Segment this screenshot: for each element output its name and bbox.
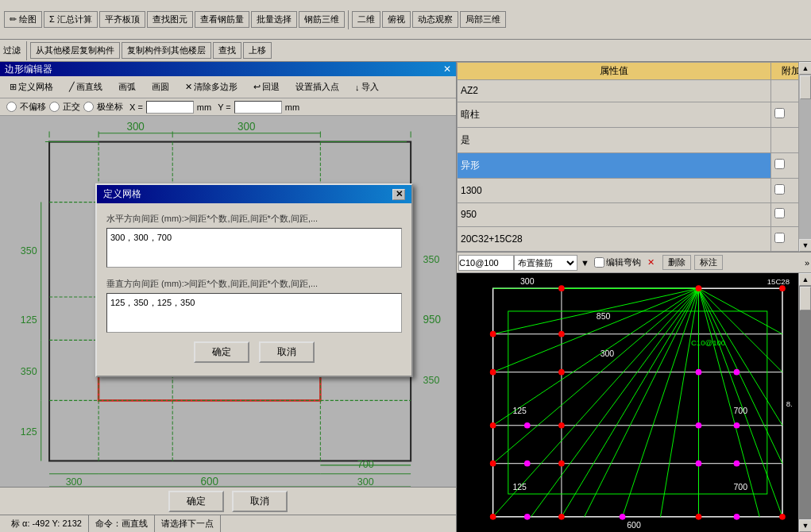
svg-text:125: 125 xyxy=(512,482,527,492)
define-grid-dialog: 定义网格 ✕ 水平方向间距 (mm):>间距*个数,间距,间距*个数,间距,..… xyxy=(95,183,413,377)
right-scrollbar-up[interactable]: ▲ xyxy=(799,273,811,286)
svg-point-86 xyxy=(558,369,565,376)
checkbox-rebar[interactable] xyxy=(774,233,785,243)
svg-point-99 xyxy=(696,422,702,429)
tool-draw-circle[interactable]: 画圆 xyxy=(145,79,176,95)
dialog-ok-button[interactable]: 确定 xyxy=(194,341,249,363)
layout-select[interactable]: 布置箍筋 xyxy=(514,255,577,271)
radio-no-offset[interactable] xyxy=(6,102,17,112)
prop-scrollbar[interactable]: ▲ ▼ xyxy=(798,62,811,252)
modal-overlay: 定义网格 ✕ 水平方向间距 (mm):>间距*个数,间距,间距*个数,间距,..… xyxy=(0,116,456,487)
toolbar-btn-copy-from[interactable]: 从其他楼层复制构件 xyxy=(30,42,120,59)
tool-undo[interactable]: ↩ 回退 xyxy=(246,79,287,95)
radio-polar[interactable] xyxy=(83,102,94,112)
prop-cell-hidden-col: 暗柱 xyxy=(458,102,771,127)
tool-draw-arc[interactable]: 画弧 xyxy=(111,79,143,95)
toolbar-btn-orbit[interactable]: 动态观察 xyxy=(412,11,458,28)
checkbox-950[interactable] xyxy=(774,208,785,218)
toolbar-btn-top-view[interactable]: 俯视 xyxy=(382,11,411,28)
toolbar-btn-copy-to[interactable]: 复制构件到其他楼层 xyxy=(122,42,211,59)
edit-hook-checkbox[interactable] xyxy=(594,257,604,268)
dialog-buttons: 确定 取消 xyxy=(106,335,402,366)
toolbar-btn-batch[interactable]: 批量选择 xyxy=(251,11,297,28)
tool-draw-line[interactable]: ╱ 画直线 xyxy=(62,79,110,95)
scrollbar-thumb[interactable] xyxy=(800,75,811,99)
toolbar-btn-view-rebar[interactable]: 查看钢筋量 xyxy=(195,11,249,28)
edge-editor-title-text: 边形编辑器 xyxy=(5,63,52,76)
toolbar-btn-draw[interactable]: ✏ 绘图 xyxy=(4,11,42,28)
cancel-button[interactable]: 取消 xyxy=(232,491,288,512)
horizontal-label: 水平方向间距 (mm):>间距*个数,间距,间距*个数,间距,... xyxy=(106,213,402,225)
right-scrollbar-down[interactable]: ▼ xyxy=(799,519,811,532)
radio-ortho[interactable] xyxy=(49,102,60,112)
right-scrollbar-track[interactable] xyxy=(799,286,811,519)
horizontal-input[interactable]: 300，300，700 xyxy=(106,228,402,268)
line-icon: ╱ xyxy=(69,82,75,92)
tool-import[interactable]: ↓ 导入 xyxy=(348,79,386,95)
tool-define-grid[interactable]: ⊞ 定义网格 xyxy=(2,79,60,95)
rebar-toolbar-expand[interactable]: » xyxy=(805,258,809,268)
rebar-spec-input[interactable] xyxy=(458,255,514,271)
right-scrollbar-thumb[interactable] xyxy=(800,287,811,310)
dialog-title-bar: 定义网格 ✕ xyxy=(97,185,411,203)
svg-text:8.: 8. xyxy=(786,399,793,408)
status-prompt: 请选择下一点 xyxy=(155,515,221,532)
grid-icon: ⊞ xyxy=(10,82,17,92)
dialog-close-button[interactable]: ✕ xyxy=(392,189,405,200)
toolbar-btn-rebar3d[interactable]: 钢筋三维 xyxy=(299,11,345,28)
svg-point-102 xyxy=(734,422,740,429)
svg-point-91 xyxy=(779,514,786,520)
delete-icon[interactable]: ✕ xyxy=(647,257,655,268)
prop-row-1: 暗柱 xyxy=(458,102,811,127)
scrollbar-down-btn[interactable]: ▼ xyxy=(799,239,811,252)
delete-btn[interactable]: 删除 xyxy=(662,255,691,270)
checkbox-hidden-col[interactable] xyxy=(774,108,785,118)
prop-cell-rebar-spec: 20C32+15C28 xyxy=(458,227,771,252)
clear-icon: ✕ xyxy=(185,82,192,92)
edge-editor-titlebar: 边形编辑器 ✕ xyxy=(0,62,456,76)
left-canvas[interactable]: ✕ 300 300 350 125 350 125 xyxy=(0,116,456,487)
right-canvas-scrollbar[interactable]: ▲ ▼ xyxy=(798,273,811,532)
edge-editor-close-icon[interactable]: ✕ xyxy=(443,64,451,75)
toolbar-btn-find-elem[interactable]: 查找图元 xyxy=(147,11,193,28)
prop-row-2: 是 xyxy=(458,127,811,152)
y-input[interactable] xyxy=(234,101,282,114)
svg-point-84 xyxy=(558,285,565,291)
x-input[interactable] xyxy=(146,101,194,114)
checkbox-1300[interactable] xyxy=(774,184,785,195)
tool-set-insert[interactable]: 设置插入点 xyxy=(288,79,346,95)
scrollbar-track[interactable] xyxy=(799,75,811,239)
scrollbar-up-btn[interactable]: ▲ xyxy=(799,62,811,75)
prop-row-4: 1300 xyxy=(458,179,811,203)
polar-label: 极坐标 xyxy=(97,101,123,113)
undo-icon: ↩ xyxy=(253,82,261,92)
tool-clear-poly[interactable]: ✕ 清除多边形 xyxy=(178,79,245,95)
svg-point-104 xyxy=(734,514,740,520)
right-canvas[interactable]: 300 850 300 C10@100 125 700 15C28 125 70… xyxy=(457,273,811,532)
toolbar-btn-sum[interactable]: Σ 汇总计算 xyxy=(44,11,98,28)
toolbar-btn-up[interactable]: 上移 xyxy=(243,42,272,59)
svg-point-81 xyxy=(490,422,496,429)
svg-text:300: 300 xyxy=(520,276,535,286)
annotate-btn[interactable]: 标注 xyxy=(694,255,723,270)
toolbar-btn-search[interactable]: 查找 xyxy=(213,42,241,59)
svg-point-103 xyxy=(734,461,740,467)
right-canvas-svg: 300 850 300 C10@100 125 700 15C28 125 70… xyxy=(457,273,811,532)
svg-point-87 xyxy=(558,422,565,429)
edit-hook-label: 编辑弯钩 xyxy=(606,256,641,268)
svg-point-79 xyxy=(490,331,496,337)
ok-button[interactable]: 确定 xyxy=(168,491,224,512)
toolbar-btn-local3d[interactable]: 局部三维 xyxy=(460,11,506,28)
dialog-cancel-button[interactable]: 取消 xyxy=(259,341,315,363)
toolbar-btn-align[interactable]: 平齐板顶 xyxy=(99,11,145,28)
dialog-title-text: 定义网格 xyxy=(103,187,141,201)
no-offset-label: 不偏移 xyxy=(20,101,46,113)
vertical-input[interactable]: 125，350，125，350 xyxy=(106,293,402,333)
svg-point-85 xyxy=(558,331,565,337)
svg-point-97 xyxy=(620,514,626,520)
checkbox-special[interactable] xyxy=(774,159,785,169)
vertical-label: 垂直方向间距 (mm):>间距*个数,间距,间距*个数,间距,... xyxy=(106,278,402,290)
status-coord: 标 α: -492 Y: 2132 xyxy=(5,515,89,532)
dropdown-arrow-icon[interactable]: ▼ xyxy=(581,258,589,268)
toolbar-btn-2d[interactable]: 二维 xyxy=(352,11,380,28)
